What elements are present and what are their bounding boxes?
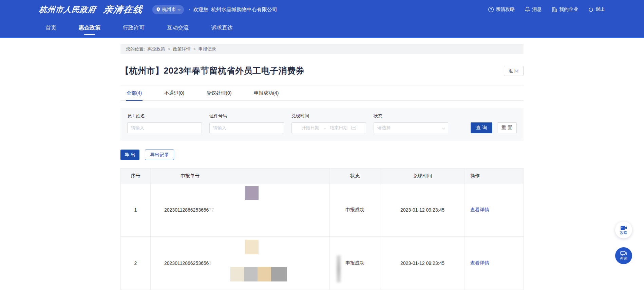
order-no-cell: 202301128662536563 xyxy=(151,237,330,290)
export-records-button[interactable]: 导出记录 xyxy=(145,150,174,160)
guide-fab-button[interactable]: 攻略 xyxy=(615,221,632,238)
action-cell: 查看详情 xyxy=(465,237,524,290)
status-cell: 申报成功 xyxy=(330,183,380,237)
start-date-placeholder: 开始日期 xyxy=(302,125,319,131)
nav-item-administrative-license[interactable]: 行政许可 xyxy=(121,19,146,38)
column-header-status: 状态 xyxy=(330,169,380,183)
column-header-redeem-time: 兑现时间 xyxy=(380,169,465,183)
status-label: 状态 xyxy=(374,113,448,119)
breadcrumb-prefix: 您的位置: xyxy=(126,46,145,52)
bell-icon xyxy=(525,7,530,12)
tab-objection[interactable]: 异议处理(0) xyxy=(206,85,232,100)
redaction-smudge xyxy=(337,255,341,282)
guide-fab-label: 攻略 xyxy=(620,231,627,235)
order-no-cell: 2023011286625365677 xyxy=(151,183,330,237)
employee-name-label: 员工姓名 xyxy=(127,113,202,119)
tab-rejected[interactable]: 不通过(0) xyxy=(164,85,185,100)
breadcrumb-item-policy-detail[interactable]: 政策详情 xyxy=(173,46,191,52)
column-header-action: 操作 xyxy=(465,169,524,183)
page: 杭州市人民政府 亲清在线 杭州市 · 欢迎您 杭州水晶城购物中心有限公司 ? 亲… xyxy=(0,0,644,293)
action-cell: 查看详情 xyxy=(465,183,524,237)
view-detail-link[interactable]: 查看详情 xyxy=(470,207,489,213)
brand-logo: 亲清在线 xyxy=(102,3,144,16)
menu-item-my-enterprise-label: 我的企业 xyxy=(559,6,578,13)
status-select[interactable]: 请选择 xyxy=(374,122,448,133)
export-button[interactable]: 导 出 xyxy=(120,150,139,160)
breadcrumb: 您的位置: 惠企政策 > 政策详情 > 申报记录 xyxy=(120,44,524,54)
company-name: 杭州水晶城购物中心有限公司 xyxy=(211,6,277,13)
location-pin-icon xyxy=(156,7,160,12)
field-redeem-time: 兑现时间 开始日期 ~ 结束日期 xyxy=(291,113,366,133)
nav-item-interaction[interactable]: 互动交流 xyxy=(166,19,190,38)
reset-button[interactable]: 重 置 xyxy=(497,122,517,133)
date-range-separator: ~ xyxy=(323,125,326,131)
employee-name-input[interactable] xyxy=(127,122,202,133)
nav-item-enterprise-policy[interactable]: 惠企政策 xyxy=(77,19,102,38)
consult-fab-label: 咨询 xyxy=(620,256,627,260)
table-body: 1 2023011286625365677 申报成功 2023-01-12 09… xyxy=(121,183,523,290)
search-button[interactable]: 查 询 xyxy=(471,122,492,133)
id-number-input[interactable] xyxy=(209,122,284,133)
title-row: 【杭州市】2023年春节留杭省外员工电子消费券 返 回 xyxy=(120,65,524,76)
menu-item-guide[interactable]: ? 亲清攻略 xyxy=(488,6,515,13)
redeem-time-cell: 2023-01-12 09:23:45 xyxy=(380,237,465,290)
redeem-time-label: 兑现时间 xyxy=(291,113,366,119)
row-index: 1 xyxy=(121,183,151,237)
redaction-blob xyxy=(245,240,259,254)
page-title: 【杭州市】2023年春节留杭省外员工电子消费券 xyxy=(120,65,304,76)
nav-item-home[interactable]: 首页 xyxy=(44,19,58,38)
field-employee-name: 员工姓名 xyxy=(127,113,202,133)
export-toolbar: 导 出 导出记录 xyxy=(120,150,524,160)
back-button[interactable]: 返 回 xyxy=(504,66,524,76)
tab-success[interactable]: 申报成功(4) xyxy=(253,85,279,100)
consult-fab-button[interactable]: 咨询 xyxy=(615,247,632,264)
chevron-down-icon xyxy=(177,8,180,11)
id-number-label: 证件号码 xyxy=(209,113,284,119)
chevron-down-icon xyxy=(442,126,445,129)
top-header: 杭州市人民政府 亲清在线 杭州市 · 欢迎您 杭州水晶城购物中心有限公司 ? 亲… xyxy=(0,0,644,38)
table-row: 1 2023011286625365677 申报成功 2023-01-12 09… xyxy=(121,183,523,237)
gov-logo: 杭州市人民政府 xyxy=(38,4,96,15)
nav-item-appeal-direct[interactable]: 诉求直达 xyxy=(210,19,234,38)
status-text: 申报成功 xyxy=(345,260,364,266)
location-label: 杭州市 xyxy=(162,6,176,13)
table-row: 2 202301128662536563 申报成功 2023-01-12 09:… xyxy=(121,237,523,290)
filter-actions: 查 询 重 置 xyxy=(471,113,517,133)
breadcrumb-separator: > xyxy=(193,47,196,52)
location-selector[interactable]: 杭州市 xyxy=(152,5,184,14)
column-header-index: 序号 xyxy=(121,169,151,183)
question-circle-icon: ? xyxy=(488,7,494,12)
order-no-faded: 77 xyxy=(209,207,214,213)
welcome-prefix: 欢迎您 xyxy=(193,6,208,13)
field-status: 状态 请选择 xyxy=(374,113,448,133)
redeem-time-cell: 2023-01-12 09:23:45 xyxy=(380,183,465,237)
view-detail-link[interactable]: 查看详情 xyxy=(470,260,489,266)
redeem-time-range-picker[interactable]: 开始日期 ~ 结束日期 xyxy=(291,122,366,133)
redaction-blob xyxy=(230,267,244,281)
row-index: 2 xyxy=(121,237,151,290)
redaction-blob xyxy=(271,267,287,281)
menu-item-guide-label: 亲清攻略 xyxy=(496,6,515,13)
main-content: 您的位置: 惠企政策 > 政策详情 > 申报记录 【杭州市】2023年春节留杭省… xyxy=(120,44,524,290)
status-select-placeholder: 请选择 xyxy=(377,125,391,131)
breadcrumb-item-policy[interactable]: 惠企政策 xyxy=(148,46,165,52)
tab-all[interactable]: 全部(4) xyxy=(126,85,143,100)
order-no-faded: 3 xyxy=(209,260,211,266)
column-header-order-no: 申报单号 xyxy=(151,169,330,183)
welcome-text: · 欢迎您 杭州水晶城购物中心有限公司 xyxy=(189,6,277,13)
menu-item-messages[interactable]: 消息 xyxy=(525,6,542,13)
breadcrumb-item-declare-records[interactable]: 申报记录 xyxy=(198,46,216,52)
redaction-blob xyxy=(258,267,271,281)
status-tabs: 全部(4) 不通过(0) 异议处理(0) 申报成功(4) xyxy=(120,85,524,101)
building-icon xyxy=(552,7,557,12)
redaction-blob xyxy=(244,267,258,281)
chat-bubble-icon xyxy=(620,251,627,256)
field-id-number: 证件号码 xyxy=(209,113,284,133)
filter-panel: 员工姓名 证件号码 兑现时间 开始日期 ~ 结束日期 状态 请选择 xyxy=(120,108,524,141)
table-header-row: 序号 申报单号 状态 兑现时间 操作 xyxy=(121,169,523,183)
video-camera-icon xyxy=(620,226,627,230)
main-nav: 首页 惠企政策 行政许可 互动交流 诉求直达 xyxy=(0,19,644,38)
menu-item-logout[interactable]: 退出 xyxy=(588,6,605,13)
menu-item-my-enterprise[interactable]: 我的企业 xyxy=(552,6,578,13)
menu-item-messages-label: 消息 xyxy=(532,6,542,13)
